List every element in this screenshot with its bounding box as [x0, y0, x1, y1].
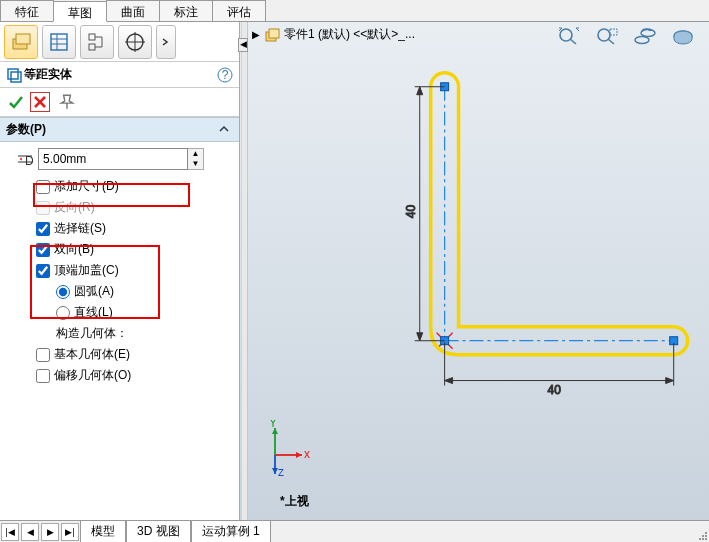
tab-motion-study[interactable]: 运动算例 1: [191, 521, 271, 543]
tab-scroll-first[interactable]: |◀: [1, 523, 19, 541]
options-list: 添加尺寸(D) 反向(R) 选择链(S) 双向(B) 顶端加盖(C) 圆弧(A)…: [36, 176, 231, 386]
svg-text:40: 40: [548, 384, 562, 398]
cancel-button[interactable]: [30, 92, 50, 112]
svg-marker-50: [296, 452, 302, 458]
sketch-canvas: 40 40: [240, 22, 709, 520]
tab-scroll-last[interactable]: ▶|: [61, 523, 79, 541]
lines-radio[interactable]: 直线(L): [56, 302, 231, 323]
orientation-triad[interactable]: x Y z: [260, 420, 310, 480]
svg-marker-46: [445, 378, 453, 384]
parameters-label: 参数(P): [6, 122, 46, 136]
base-geometry-checkbox[interactable]: 基本几何体(E): [36, 344, 231, 365]
tab-evaluate[interactable]: 评估: [212, 0, 266, 21]
svg-rect-1: [16, 34, 30, 44]
configuration-manager-tab[interactable]: [80, 25, 114, 59]
add-dimensions-checkbox[interactable]: 添加尺寸(D): [36, 176, 231, 197]
spinner-down[interactable]: ▼: [188, 159, 203, 169]
offset-entities-icon: [6, 67, 24, 83]
axis-z-label: z: [278, 465, 284, 479]
tab-scroll-prev[interactable]: ◀: [21, 523, 39, 541]
svg-text:D: D: [25, 154, 34, 166]
pushpin-icon[interactable]: [58, 93, 76, 111]
tab-scroll-next[interactable]: ▶: [41, 523, 59, 541]
svg-rect-7: [89, 44, 95, 50]
select-chain-checkbox[interactable]: 选择链(S): [36, 218, 231, 239]
svg-rect-6: [89, 34, 95, 40]
tab-features[interactable]: 特征: [0, 0, 54, 21]
pm-tab-overflow[interactable]: [156, 25, 176, 59]
offset-preview: [431, 73, 688, 355]
svg-point-55: [705, 532, 707, 534]
construction-geometry-label: 构造几何体：: [56, 323, 231, 344]
view-orientation-label: *上视: [280, 493, 309, 510]
spinner-up[interactable]: ▲: [188, 149, 203, 159]
axis-y-label: Y: [269, 420, 277, 430]
feature-manager-tab[interactable]: [4, 25, 38, 59]
pm-title: 等距实体: [24, 66, 213, 83]
pm-title-bar: 等距实体 ?: [0, 62, 239, 88]
svg-marker-40: [417, 87, 423, 95]
help-icon[interactable]: ?: [217, 67, 233, 83]
parameters-section-header[interactable]: 参数(P): [0, 117, 239, 142]
svg-point-58: [699, 538, 701, 540]
offset-distance-input[interactable]: [38, 148, 188, 170]
horizontal-dimension[interactable]: 40: [445, 343, 674, 398]
graphics-area[interactable]: ▶ 零件1 (默认) <<默认>_...: [240, 22, 709, 520]
tab-annotate[interactable]: 标注: [159, 0, 213, 21]
cap-ends-checkbox[interactable]: 顶端加盖(C): [36, 260, 231, 281]
vertical-dimension[interactable]: 40: [404, 87, 445, 341]
dimxpert-manager-tab[interactable]: [118, 25, 152, 59]
collapse-caret-icon[interactable]: [217, 122, 231, 136]
svg-point-60: [705, 538, 707, 540]
property-manager-panel: 等距实体 ? 参数(P) D ▲▼ 添加尺寸(D) 反向(R) 选择链(S) 双…: [0, 22, 240, 520]
axis-x-label: x: [304, 447, 310, 461]
svg-text:40: 40: [404, 205, 418, 219]
svg-point-57: [705, 535, 707, 537]
svg-rect-15: [11, 72, 21, 82]
reverse-checkbox[interactable]: 反向(R): [36, 197, 231, 218]
pm-tab-toolbar: [0, 22, 239, 62]
svg-rect-14: [8, 69, 18, 79]
panel-splitter[interactable]: ◀: [241, 22, 248, 520]
bottom-tab-bar: |◀ ◀ ▶ ▶| 模型 3D 视图 运动算例 1: [0, 520, 709, 542]
distance-spinner[interactable]: ▲▼: [188, 148, 204, 170]
svg-text:?: ?: [222, 68, 229, 82]
offset-distance-icon: D: [16, 152, 34, 166]
svg-point-56: [702, 535, 704, 537]
ok-button[interactable]: [6, 92, 26, 112]
arcs-radio[interactable]: 圆弧(A): [56, 281, 231, 302]
tab-model[interactable]: 模型: [80, 521, 126, 543]
parameters-body: D ▲▼ 添加尺寸(D) 反向(R) 选择链(S) 双向(B) 顶端加盖(C) …: [0, 142, 239, 392]
resize-grip-icon[interactable]: [695, 528, 709, 542]
property-manager-tab[interactable]: [42, 25, 76, 59]
panel-collapse-arrow[interactable]: ◀: [238, 38, 248, 52]
centerline-path[interactable]: [445, 87, 674, 341]
offset-geometry-checkbox[interactable]: 偏移几何体(O): [36, 365, 231, 386]
tab-surfaces[interactable]: 曲面: [106, 0, 160, 21]
svg-rect-2: [51, 34, 67, 50]
tab-3d-view[interactable]: 3D 视图: [126, 521, 191, 543]
bi-directional-checkbox[interactable]: 双向(B): [36, 239, 231, 260]
ribbon-tabs: 特征 草图 曲面 标注 评估: [0, 0, 709, 22]
svg-point-59: [702, 538, 704, 540]
svg-marker-41: [417, 333, 423, 341]
pm-confirm-row: [0, 88, 239, 117]
tab-sketch[interactable]: 草图: [53, 1, 107, 22]
svg-marker-47: [666, 378, 674, 384]
